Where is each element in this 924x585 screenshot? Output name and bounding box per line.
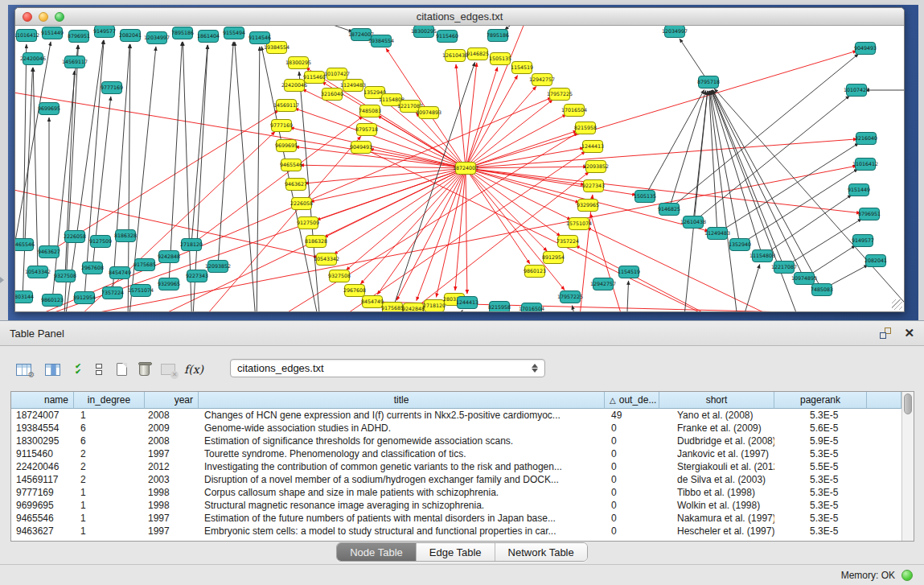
graph-node[interactable]: 9327508 [328,270,351,282]
cell-in_degree[interactable]: 2 [74,473,145,486]
citation-edge-red[interactable] [305,168,466,183]
cell-title[interactable]: Estimation of the future numbers of pati… [199,512,605,525]
graph-node[interactable]: 1505135 [489,53,511,65]
cell-short[interactable]: Nakamura et al. (1997) [659,512,774,525]
graph-node[interactable]: 9860123 [41,295,64,307]
graph-node[interactable]: 9463627 [285,179,307,191]
cell-name[interactable]: 18300295 [11,435,74,447]
graph-node[interactable]: 2082041 [864,255,887,267]
cell-year[interactable]: 2008 [145,435,199,447]
graph-node[interactable]: 8795718 [697,76,720,89]
graph-node[interactable]: 7485083 [811,284,833,296]
graph-node[interactable]: 7357224 [556,236,579,248]
graph-node[interactable]: 9227343 [582,180,605,192]
minimize-window-button[interactable] [39,12,48,22]
graph-node[interactable]: 9149577 [93,26,116,38]
cell-title[interactable]: Changes of HCN gene expression and I(f) … [199,409,605,422]
citation-edge[interactable] [505,26,530,30]
cell-in_degree[interactable]: 1 [74,499,145,512]
graph-node[interactable]: 17957225 [547,89,573,101]
graph-node[interactable]: 9463627 [38,246,60,258]
graph-node[interactable]: 9175685 [381,303,404,312]
graph-node[interactable]: 1861404 [197,31,220,43]
table-row[interactable]: 969969511998Structural magnetic resonanc… [11,499,901,512]
graph-node[interactable]: 12093852 [205,261,231,273]
citation-edge[interactable] [740,169,858,245]
graph-node[interactable]: 8912954 [542,252,565,264]
graph-node[interactable]: 3216040 [321,89,343,101]
graph-node[interactable]: 18300295 [285,57,311,69]
graph-node[interactable]: 9242848 [158,251,180,263]
cell-year[interactable]: 1997 [145,525,199,538]
cell-title[interactable]: Estimation of significance thresholds fo… [199,435,605,447]
network-canvas[interactable]: 1872400719384554183002959115460224200461… [15,26,904,311]
citation-edge-red[interactable] [361,147,731,311]
citation-edge[interactable] [572,306,578,311]
graph-node[interactable]: 7485083 [359,105,381,117]
citation-edge[interactable] [669,91,706,209]
graph-node[interactable]: 7895186 [171,27,194,39]
column-header-year[interactable]: year [145,392,199,409]
cell-in_degree[interactable]: 1 [74,512,145,525]
citation-graph[interactable]: 1872400719384554183002959115460224200461… [15,26,904,311]
graph-node[interactable]: 10543342 [25,266,51,278]
graph-node[interactable]: 8912954 [73,292,96,304]
cell-in_degree[interactable]: 1 [74,486,145,499]
table-selector-dropdown[interactable]: citations_edges.txt [230,359,545,377]
cell-year[interactable]: 2012 [145,460,199,473]
cell-title[interactable]: Disruption of a novel member of a sodium… [199,473,605,486]
citation-edge-red[interactable] [466,67,498,168]
cell-out_degree[interactable]: 0 [605,435,659,447]
graph-node[interactable]: 2718120 [180,239,203,251]
citation-edge-red[interactable] [290,127,466,168]
cell-out_degree[interactable]: 0 [605,499,659,512]
citation-edge-red[interactable] [466,168,565,290]
graph-node[interactable]: 9699695 [38,103,60,115]
graph-node[interactable]: 12217087 [771,262,797,274]
cell-short[interactable]: Hescheler et al. (1997) [659,525,774,538]
cell-year[interactable]: 1998 [145,499,199,512]
cell-short[interactable]: Stergiakouli et al. (2012) [659,460,774,473]
citation-edge-red[interactable] [455,168,466,290]
citation-edge[interactable] [128,47,156,311]
cell-pagerank[interactable]: 5.3E-5 [774,512,867,525]
graph-node[interactable]: 8215958 [488,302,511,312]
cell-pagerank[interactable]: 5.3E-5 [774,473,867,486]
graph-node[interactable]: 9155494 [223,27,245,39]
citation-edge-red[interactable] [310,168,466,202]
citation-edge[interactable] [52,45,78,300]
citation-edge-red[interactable] [360,168,466,284]
cell-in_degree[interactable]: 6 [74,435,145,447]
citation-edge[interactable] [450,310,462,311]
cell-name[interactable]: 19384554 [11,422,74,435]
cell-year[interactable]: 1997 [145,512,199,525]
graph-node[interactable]: 1505135 [634,191,656,203]
cell-pagerank[interactable]: 5.3E-5 [774,525,867,538]
graph-node[interactable]: 12942757 [529,74,555,86]
panel-collapse-arrow[interactable] [0,277,4,283]
graph-node[interactable]: 8186328 [305,236,327,248]
citation-edge[interactable] [218,42,233,266]
graph-node[interactable]: 1244413 [456,297,478,309]
citation-edge[interactable] [289,26,353,31]
graph-node[interactable]: 7357224 [101,287,124,299]
cell-short[interactable]: Yano et al. (2008) [659,409,774,422]
graph-node[interactable]: 9777169 [270,120,293,132]
graph-node[interactable]: 7895186 [487,30,509,42]
cell-name[interactable]: 9699695 [11,499,74,512]
table-row[interactable]: 2242004622012Investigating the contribut… [11,460,901,473]
citation-edge-red[interactable] [306,68,466,168]
cell-in_degree[interactable]: 2 [74,447,145,460]
table-row[interactable]: 1872400712008Changes of HCN gene express… [11,409,901,422]
citation-edge[interactable] [762,195,852,256]
citation-edge[interactable] [717,143,859,233]
table-row[interactable]: 977716911998Corpus callosum shape and si… [11,486,901,499]
graph-node[interactable]: 9049493 [854,43,877,55]
graph-node[interactable]: 9127509 [89,236,112,248]
graph-node[interactable]: 9329965 [577,200,599,212]
cell-out_degree[interactable]: 0 [605,447,659,460]
tab-edge-table[interactable]: Edge Table [417,543,495,561]
graph-node[interactable]: 2226058 [64,231,86,243]
cell-short[interactable]: Franke et al. (2009) [659,422,774,435]
cell-pagerank[interactable]: 5.9E-5 [774,435,867,447]
